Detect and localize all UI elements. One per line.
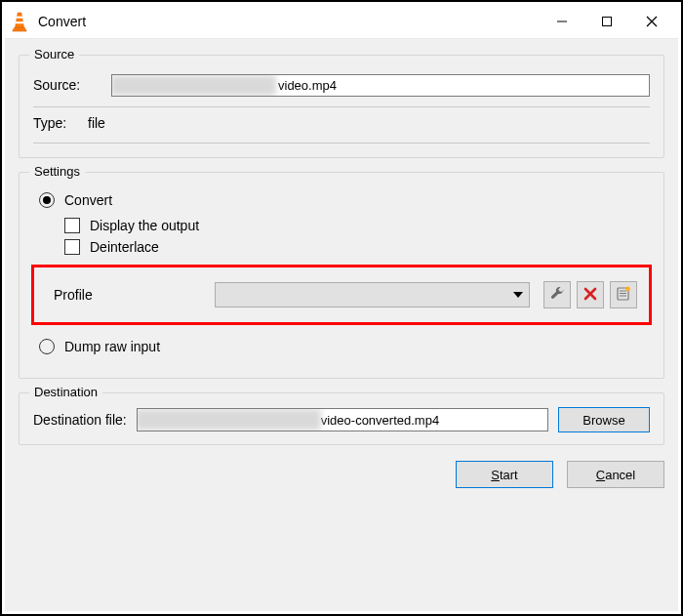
minimize-button[interactable] (540, 5, 584, 38)
radio-selected-icon (39, 192, 55, 208)
svg-rect-0 (17, 17, 23, 19)
dump-raw-input-label: Dump raw input (64, 339, 160, 354)
checkbox-unchecked-icon (64, 239, 80, 255)
new-profile-button[interactable] (610, 281, 637, 308)
cancel-button-label: Cancel (596, 468, 635, 482)
obscured-path-prefix (111, 75, 276, 96)
settings-group-title: Settings (29, 164, 85, 179)
display-output-label: Display the output (90, 218, 199, 233)
window-title: Convert (38, 14, 86, 29)
close-button[interactable] (629, 5, 674, 38)
settings-group: Settings Convert Display the output Dein… (19, 172, 664, 379)
edit-profile-button[interactable] (543, 281, 571, 308)
profile-label: Profile (54, 287, 215, 303)
delete-profile-button[interactable] (577, 281, 604, 308)
delete-x-icon (583, 287, 597, 304)
titlebar: Convert (5, 5, 678, 38)
obscured-path-prefix (137, 409, 321, 431)
svg-rect-3 (603, 18, 612, 26)
profile-row-highlight: Profile (31, 265, 652, 325)
start-button-label: Start (491, 468, 517, 482)
source-group-title: Source (29, 47, 79, 62)
svg-rect-1 (16, 21, 23, 23)
destination-group-title: Destination (29, 385, 102, 399)
type-value: file (88, 115, 105, 131)
dump-raw-input-radio[interactable]: Dump raw input (39, 339, 650, 354)
vlc-cone-icon (11, 12, 30, 31)
chevron-down-icon (513, 292, 523, 298)
start-button[interactable]: Start (456, 461, 553, 488)
convert-window: Convert Source Source: video.mp4 (0, 0, 683, 616)
browse-button-label: Browse (583, 413, 624, 428)
source-path-visible: video.mp4 (276, 78, 337, 93)
radio-unselected-icon (39, 339, 55, 354)
deinterlace-checkbox[interactable]: Deinterlace (64, 239, 650, 255)
source-group: Source Source: video.mp4 Type: file (19, 55, 664, 158)
profile-dropdown[interactable] (215, 282, 530, 308)
convert-radio[interactable]: Convert (39, 192, 650, 208)
dialog-body: Source Source: video.mp4 Type: file Sett… (5, 38, 678, 611)
type-label: Type: (33, 115, 88, 131)
destination-path-visible: video-converted.mp4 (321, 413, 439, 428)
wrench-icon (549, 286, 565, 305)
display-output-checkbox[interactable]: Display the output (64, 218, 650, 233)
source-path-field[interactable]: video.mp4 (111, 74, 650, 97)
divider (33, 143, 650, 144)
svg-point-12 (625, 286, 630, 291)
convert-radio-label: Convert (64, 192, 112, 208)
maximize-button[interactable] (584, 5, 629, 38)
source-label: Source: (33, 77, 111, 93)
divider (33, 106, 650, 107)
footer-buttons: Start Cancel (19, 461, 664, 488)
browse-button[interactable]: Browse (558, 407, 650, 432)
destination-file-field[interactable]: video-converted.mp4 (137, 408, 548, 431)
new-profile-icon (616, 286, 631, 305)
destination-file-label: Destination file: (33, 412, 127, 428)
deinterlace-label: Deinterlace (90, 239, 159, 255)
checkbox-unchecked-icon (64, 218, 80, 233)
cancel-button[interactable]: Cancel (567, 461, 664, 488)
destination-group: Destination Destination file: video-conv… (19, 392, 664, 445)
